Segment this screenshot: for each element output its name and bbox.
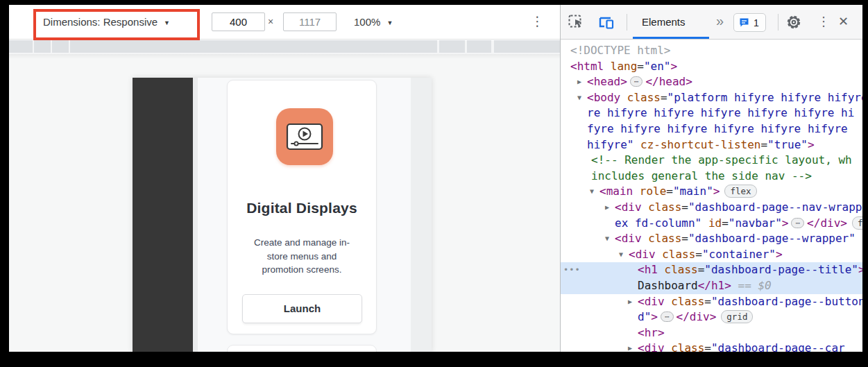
code-line[interactable]: ▼<div class="container"> (561, 247, 862, 263)
code-line[interactable]: ▶<div class="dashboard-page--car (561, 341, 862, 352)
code-token: <div (615, 232, 648, 245)
code-line[interactable]: ▼<main role="main">flex (561, 184, 862, 200)
code-token: "dashboard-page--title" (704, 263, 858, 276)
code-line[interactable]: <!DOCTYPE html> (561, 43, 862, 59)
selected-line-gutter-icon: ••• (563, 262, 581, 278)
collapse-arrow-icon[interactable]: ▼ (590, 184, 594, 200)
expand-ellipsis-button[interactable]: ⋯ (791, 218, 804, 228)
expand-arrow-icon[interactable]: ▶ (605, 200, 609, 216)
code-line[interactable]: ex fd-column" id="navbar">⋯</div>flex (561, 216, 862, 232)
issues-count: 1 (754, 17, 759, 28)
code-token: = (681, 200, 688, 214)
code-token: fyre hifyre hifyre hifyre hifyre hifyre (587, 122, 848, 135)
kebab-menu-icon: ⋮ (817, 15, 830, 28)
code-line[interactable]: ▼<body class="platform hifyre hifyre hif… (561, 90, 862, 106)
code-token: "navbar" (729, 216, 782, 230)
code-token: Dashboard (638, 279, 698, 292)
video-player-icon (276, 108, 333, 165)
viewport-height-input[interactable] (283, 12, 337, 31)
code-line[interactable]: <hr> (561, 325, 862, 341)
expand-arrow-icon[interactable]: ▶ (628, 294, 632, 310)
code-token: <div (629, 248, 662, 261)
code-line-selected[interactable]: Dashboard</h1> == $0 (561, 278, 862, 294)
media-query-bar-segment[interactable] (34, 40, 51, 53)
expand-arrow-icon[interactable]: ▶ (628, 341, 632, 352)
code-line[interactable]: ▶<head>⋯</head> (561, 74, 862, 90)
collapse-arrow-icon[interactable]: ▼ (577, 90, 581, 106)
code-line[interactable]: ▶<div class="dashboard-page--nav-wrapper… (561, 200, 862, 216)
code-token: class (662, 248, 695, 261)
more-tabs-icon[interactable]: » (716, 5, 724, 40)
inspect-element-icon[interactable] (568, 14, 584, 31)
issues-badge[interactable]: 1 (733, 13, 766, 32)
code-token: class (665, 263, 698, 276)
code-token: <hr> (638, 326, 665, 339)
code-line-selected[interactable]: •••<h1 class="dashboard-page--title"> (561, 262, 862, 278)
media-query-bar-segment[interactable] (52, 40, 69, 53)
media-query-bar-segment[interactable] (70, 40, 437, 53)
layout-badge[interactable]: grid (721, 310, 753, 323)
code-line[interactable]: ▶<div class="dashboard-page--button-gri (561, 294, 862, 310)
emulated-viewport: Digital Displays Create and manage in- s… (133, 78, 432, 352)
code-token: class (627, 91, 661, 104)
media-query-bar-segment[interactable] (467, 40, 491, 53)
chevron-down-icon: ▼ (386, 19, 393, 26)
code-line[interactable]: <html lang="en"> (561, 59, 862, 75)
page-side-nav[interactable] (133, 78, 193, 352)
code-line[interactable]: ▼<div class="dashboard-page--wrapper" (561, 231, 862, 247)
code-token: = (666, 185, 673, 198)
code-token: = (760, 138, 767, 151)
code-token: class (648, 200, 681, 214)
code-token: <div (638, 295, 671, 308)
media-query-bar-segment[interactable] (494, 40, 560, 53)
launch-button[interactable]: Launch (242, 294, 362, 323)
code-line[interactable]: re hifyre hifyre hifyre hifyre hifyre hi (561, 105, 862, 121)
device-toolbar-menu-button[interactable]: ⋮ (531, 5, 544, 40)
code-token: "container" (702, 248, 776, 261)
media-query-bar-segment[interactable] (439, 40, 465, 53)
code-token: includes general the side nav --> (591, 169, 812, 182)
device-canvas: Digital Displays Create and manage in- s… (9, 54, 560, 352)
layout-badge[interactable]: flex (852, 216, 862, 230)
media-query-bar-segment[interactable] (9, 40, 33, 53)
code-token: "dashboard-page--wrapper" (688, 232, 856, 245)
expand-ellipsis-button[interactable]: ⋯ (661, 311, 674, 322)
kebab-menu-icon: ⋮ (531, 14, 544, 28)
expand-ellipsis-button[interactable]: ⋯ (630, 76, 643, 87)
code-token (701, 216, 708, 230)
card-title: Digital Displays (228, 200, 376, 216)
tab-elements[interactable]: Elements (642, 5, 686, 40)
code-line[interactable]: includes general the side nav --> (561, 169, 862, 185)
close-devtools-button[interactable]: ✕ (838, 5, 849, 40)
device-toolbar-toggle-icon[interactable] (598, 14, 615, 31)
card-description-line: Create and manage in- (237, 236, 366, 250)
viewport-width-input[interactable] (212, 12, 265, 31)
code-line[interactable]: fyre hifyre hifyre hifyre hifyre hifyre (561, 121, 862, 137)
code-line[interactable]: d">⋯</div>grid (561, 309, 862, 325)
expand-arrow-icon[interactable]: ▶ (577, 74, 581, 90)
code-token: = (698, 263, 705, 276)
code-line[interactable]: hifyre" cz-shortcut-listen="true"> (561, 137, 862, 153)
collapse-arrow-icon[interactable]: ▼ (605, 231, 609, 247)
elements-tree: <!DOCTYPE html><html lang="en">▶<head>⋯<… (561, 40, 862, 352)
code-token: class (648, 232, 681, 245)
code-token: lang (611, 60, 638, 73)
code-token: > (808, 138, 815, 151)
code-token: cz-shortcut-listen (640, 138, 760, 151)
code-line[interactable]: <!-- Render the app-specific layout, wh (561, 153, 862, 169)
devtools-menu-button[interactable]: ⋮ (817, 5, 830, 40)
zoom-dropdown[interactable]: 100%▼ (354, 5, 393, 40)
card-description-line: promotion screens. (237, 263, 366, 277)
layout-badge[interactable]: flex (724, 185, 756, 198)
collapse-arrow-icon[interactable]: ▼ (619, 247, 623, 263)
viewport-scrollbar[interactable] (411, 78, 432, 352)
devtools-panel: Elements » 1 (560, 5, 862, 352)
code-token: > (651, 310, 658, 323)
close-icon: ✕ (838, 15, 849, 28)
code-token: class (671, 341, 704, 352)
settings-gear-icon[interactable] (785, 14, 802, 31)
code-token: </div> (676, 310, 717, 323)
code-token: "main" (673, 185, 713, 198)
code-token: ex fd-column" (615, 216, 701, 230)
code-token: <h1 (638, 263, 665, 276)
